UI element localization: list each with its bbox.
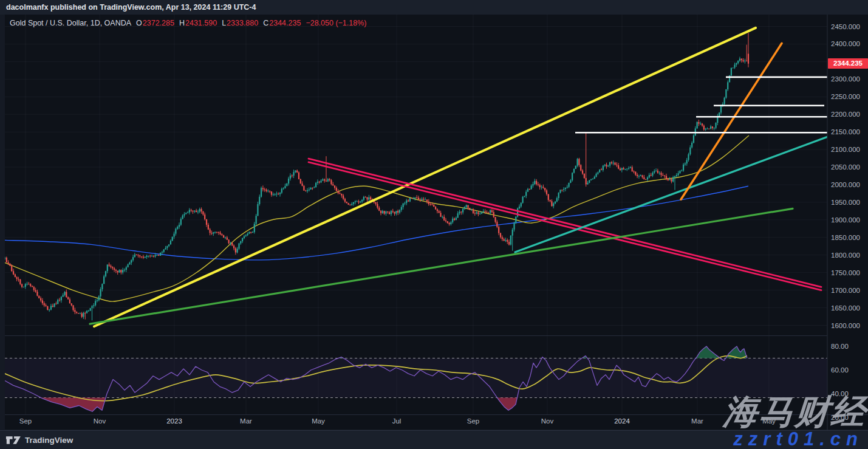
- price-axis-label: 1650.000: [831, 304, 860, 312]
- price-axis-label: 1850.000: [831, 234, 860, 241]
- price-axis-label: 2200.000: [831, 111, 860, 118]
- uptrend-yellow[interactable]: [94, 28, 756, 326]
- uptrend-orange[interactable]: [681, 43, 782, 199]
- price-axis-label: 2450.000: [831, 23, 860, 30]
- horizontal-level-lines[interactable]: [575, 77, 827, 132]
- time-axis-label: 2024: [614, 417, 630, 425]
- price-axis-label: 2000.000: [831, 181, 860, 188]
- rsi-band: [0, 358, 827, 398]
- ohlc-high: H2431.590: [179, 19, 217, 27]
- price-axis-label: 2100.000: [831, 146, 860, 153]
- time-axis-label: Nov: [541, 417, 554, 425]
- watermark-url: zzrt01.cn: [733, 430, 863, 448]
- ohlc-open: O2372.285: [136, 19, 174, 27]
- symbol-legend[interactable]: Gold Spot / U.S. Dollar, 1D, OANDA O2372…: [10, 19, 366, 27]
- rsi-axis-label: 80.00: [831, 343, 849, 350]
- price-axis-label: 2050.000: [831, 163, 860, 171]
- chart-canvas[interactable]: 2450.0002400.0002300.0002250.0002200.000…: [0, 0, 868, 449]
- price-axis-label: 1800.000: [831, 252, 860, 259]
- time-axis[interactable]: SepNov2023MarMayJulSepNov2024MarMay: [19, 417, 776, 425]
- time-axis-label: Mar: [691, 417, 703, 425]
- time-axis-label: Nov: [94, 417, 106, 425]
- time-axis-label: 2023: [166, 417, 182, 425]
- last-price-label: 2344.235: [828, 58, 868, 69]
- tradingview-snapshot: dacolmanfx published on TradingView.com,…: [0, 0, 868, 449]
- price-axis-label: 1600.000: [831, 322, 860, 329]
- watermark-chinese: 海马财经: [722, 395, 868, 429]
- time-axis-label: May: [312, 417, 325, 425]
- price-axis-label: 2300.000: [831, 75, 860, 83]
- time-axis-label: Sep: [19, 417, 32, 425]
- price-axis-label: 1950.000: [831, 199, 860, 206]
- price-axis-label: 1700.000: [831, 287, 860, 294]
- tradingview-logo-text[interactable]: TradingView: [25, 436, 73, 445]
- time-axis-label: Jul: [392, 417, 402, 425]
- uptrend-green[interactable]: [90, 208, 793, 324]
- time-axis-label: Mar: [240, 417, 252, 425]
- chart-left-margin: [0, 15, 5, 431]
- price-axis-label: 2150.000: [831, 128, 860, 135]
- ohlc-low: L2333.880: [222, 19, 258, 27]
- price-axis-label: 2250.000: [831, 93, 860, 100]
- rsi-axis-label: 60.00: [831, 366, 849, 374]
- change-value: −28.050 (−1.18%): [306, 19, 366, 27]
- support-pink-b[interactable]: [309, 162, 821, 290]
- time-axis-label: Sep: [467, 417, 479, 425]
- price-axis-label: 1750.000: [831, 269, 860, 276]
- tradingview-logo-icon[interactable]: [5, 436, 21, 445]
- uptrend-teal[interactable]: [515, 137, 827, 252]
- price-axis-label: 1900.000: [831, 216, 860, 224]
- publish-header: dacolmanfx published on TradingView.com,…: [0, 0, 868, 15]
- symbol-title[interactable]: Gold Spot / U.S. Dollar, 1D, OANDA: [10, 19, 131, 27]
- price-axis-label: 2400.000: [831, 40, 860, 47]
- publish-text: dacolmanfx published on TradingView.com,…: [6, 3, 256, 12]
- ohlc-close: C2344.235: [263, 19, 301, 27]
- price-axis[interactable]: 2450.0002400.0002300.0002250.0002200.000…: [831, 23, 860, 422]
- support-pink-a[interactable]: [309, 159, 821, 287]
- trendline-drawings[interactable]: [90, 28, 827, 326]
